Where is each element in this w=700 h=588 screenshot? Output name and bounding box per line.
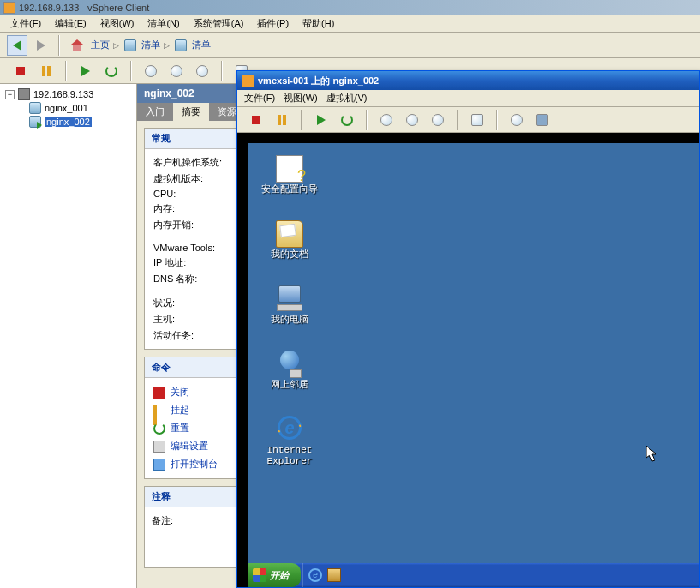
windows-logo-icon [253,568,266,582]
desktop-icon-label: 安全配置向导 [260,184,320,195]
tab-summary[interactable]: 摘要 [173,103,209,121]
menu-admin[interactable]: 系统管理(A) [190,16,248,31]
pause-icon [153,405,165,417]
console-menubar: 文件(F) 视图(W) 虚拟机(V) [237,90,699,107]
ql-ie-icon[interactable]: e [308,568,322,582]
console-title: vmexsi-001 上的 nginx_002 [258,75,379,87]
disk-icon [171,65,182,77]
console-icon [153,459,165,471]
manage-button[interactable] [192,61,212,81]
cdrom-icon [511,114,523,126]
disk-icon [406,114,418,126]
desktop-icon-label: Internet Explorer [260,445,320,467]
play-icon [317,115,326,125]
snapshot-button[interactable] [141,61,161,81]
console-manage[interactable] [428,110,448,130]
arrow-forward-icon [37,40,45,51]
play-icon [81,66,90,76]
home-button[interactable] [67,35,87,56]
disk-icon [432,114,444,126]
pause-icon [42,66,51,76]
start-label: 开始 [270,569,289,582]
disk-icon [380,114,392,126]
console-play[interactable] [311,110,332,130]
toolbar-separator [130,61,132,81]
computer-icon [276,285,303,313]
desktop-internet-explorer[interactable]: e Internet Explorer [260,416,320,467]
tab-intro[interactable]: 入门 [137,103,173,121]
console-cdrom[interactable] [506,110,527,130]
inventory-icon [175,39,187,51]
folder-icon [276,220,303,248]
tree-collapse[interactable]: − [5,90,15,99]
vm-console-window[interactable]: vmexsi-001 上的 nginx_002 文件(F) 视图(W) 虚拟机(… [236,70,700,588]
pause-button[interactable] [36,61,57,81]
console-snapshot[interactable] [376,110,397,130]
cmd-shutdown-label: 关闭 [171,386,189,399]
stop-icon [16,67,25,75]
home-icon [71,39,83,51]
console-menu-vm[interactable]: 虚拟机(V) [326,92,368,105]
revert-button[interactable] [166,61,187,81]
guest-screen[interactable]: ? 安全配置向导 我的文档 我的电脑 网上邻居 e Internet Explo… [237,133,699,587]
stop-button[interactable] [10,61,31,81]
tree-vm-label: nginx_002 [45,117,92,127]
menu-help[interactable]: 帮助(H) [299,16,338,31]
stop-icon [153,387,165,399]
desktop-my-documents[interactable]: 我的文档 [260,220,320,261]
console-pause[interactable] [272,110,292,130]
pause-icon [278,115,286,125]
console-floppy[interactable] [532,110,553,130]
forward-button[interactable] [31,35,51,56]
console-menu-file[interactable]: 文件(F) [244,92,275,105]
start-button[interactable]: 开始 [248,563,301,587]
tree-vm-nginx002[interactable]: nginx_002 [3,115,133,129]
console-stop[interactable] [246,110,266,130]
nav-inventory2[interactable]: 清单 [192,39,211,51]
tree-vm-label: nginx_001 [45,103,88,113]
toolbar-separator [496,110,498,130]
stop-icon [252,116,260,124]
disk-icon [145,65,157,77]
cmd-edit-label: 编辑设置 [171,440,208,453]
menu-file[interactable]: 文件(F) [7,16,45,31]
tree-vm-nginx001[interactable]: nginx_001 [3,101,133,115]
vm-running-icon [29,116,41,128]
menu-inventory[interactable]: 清单(N) [144,16,182,31]
screen-icon [471,114,483,126]
toolbar-separator [301,110,302,130]
desktop-my-computer[interactable]: 我的电脑 [260,285,320,326]
nav-inventory[interactable]: 清单 [141,39,160,51]
refresh-icon [105,65,117,77]
edit-icon [153,441,165,453]
cmd-reset-label: 重置 [171,422,189,435]
refresh-icon [341,114,353,126]
console-titlebar[interactable]: vmexsi-001 上的 nginx_002 [237,71,699,90]
console-fullscreen[interactable] [467,110,488,130]
console-revert[interactable] [402,110,422,130]
desktop-security-wizard[interactable]: ? 安全配置向导 [260,155,320,195]
refresh-button[interactable] [101,61,122,81]
back-button[interactable] [7,35,27,56]
play-button[interactable] [75,61,96,81]
guest-desktop[interactable]: ? 安全配置向导 我的文档 我的电脑 网上邻居 e Internet Explo… [248,143,699,587]
toolbar-separator [366,110,368,130]
nav-home[interactable]: 主页 [91,39,110,51]
refresh-icon [153,423,165,435]
console-refresh[interactable] [337,110,357,130]
toolbar-separator [58,35,60,56]
network-icon [276,351,303,378]
tree-root[interactable]: − 192.168.9.133 [3,87,133,101]
menu-plugins[interactable]: 插件(P) [254,16,292,31]
console-menu-view[interactable]: 视图(W) [284,92,318,105]
inventory-tree[interactable]: − 192.168.9.133 nginx_001 nginx_002 [0,84,137,588]
toolbar-separator [65,61,67,81]
menu-edit[interactable]: 编辑(E) [51,16,90,31]
menu-view[interactable]: 视图(W) [97,16,138,31]
desktop-network-places[interactable]: 网上邻居 [260,351,320,391]
ql-desktop-icon[interactable] [327,568,341,582]
notes-label: 备注: [152,515,173,525]
guest-taskbar[interactable]: 开始 e [248,563,699,587]
server-icon [18,88,30,100]
toolbar-separator [457,110,458,130]
